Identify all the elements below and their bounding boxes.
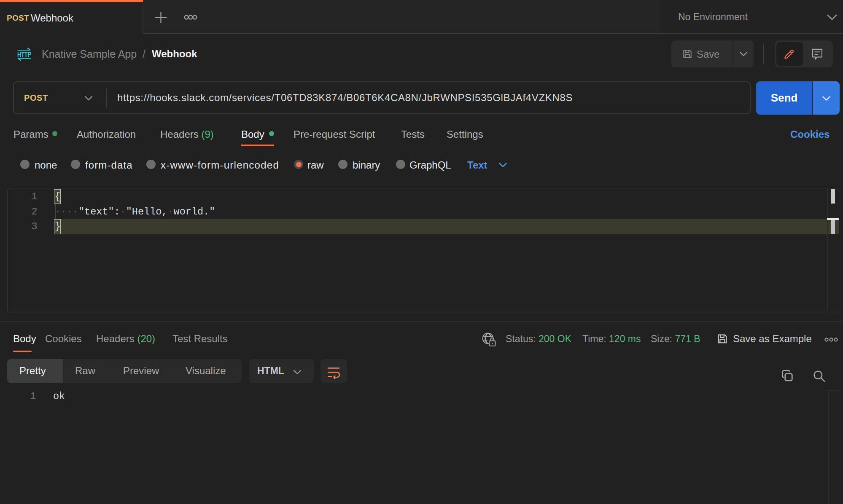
svg-text:HTTP: HTTP: [17, 50, 31, 59]
